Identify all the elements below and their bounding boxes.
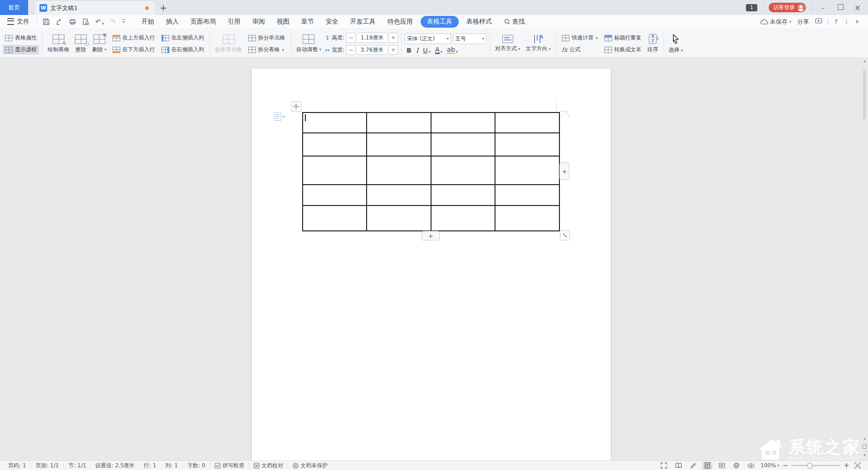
read-mode-button[interactable] <box>673 462 683 470</box>
table-cell[interactable] <box>431 133 495 156</box>
outline-view-button[interactable] <box>717 462 727 470</box>
file-menu-button[interactable]: 文件 <box>4 18 33 26</box>
merge-cells-button[interactable]: 合并单元格 <box>212 29 245 58</box>
guest-login-button[interactable]: 访客登录 <box>769 3 806 12</box>
menu-references[interactable]: 引用 <box>222 16 246 28</box>
menu-section[interactable]: 章节 <box>295 16 320 28</box>
insert-col-left-button[interactable]: 在左侧插入列 <box>159 33 206 43</box>
formula-button[interactable]: fx公式 <box>559 45 600 54</box>
document-table[interactable] <box>302 112 560 231</box>
browse-object-button[interactable] <box>863 445 867 449</box>
width-increase-button[interactable]: + <box>388 45 398 55</box>
font-name-select[interactable]: 宋体 (正文)▾ <box>405 34 451 44</box>
customize-qat-button[interactable]: ▾ <box>122 19 126 24</box>
fit-page-button[interactable] <box>853 462 863 470</box>
scrollbar-thumb[interactable] <box>863 69 866 119</box>
page-view-button[interactable] <box>702 462 712 470</box>
document-tab[interactable]: W 文字文稿1 <box>34 0 156 15</box>
document-page[interactable]: ▾ + + <box>252 69 611 461</box>
protection-status[interactable]: 文档未保护 <box>288 462 332 470</box>
eraser-button[interactable]: ◇擦除 <box>72 34 89 54</box>
close-button[interactable]: × <box>852 3 863 12</box>
table-cell[interactable] <box>431 156 495 185</box>
proofread-button[interactable]: 文档校对 <box>249 462 288 470</box>
next-page-button[interactable]: ▾ <box>863 453 866 457</box>
split-table-button[interactable]: 拆分表格▾ <box>246 45 288 54</box>
table-cell[interactable] <box>431 113 495 133</box>
font-size-select[interactable]: 五号▾ <box>453 34 486 44</box>
spell-check-button[interactable]: 拼写检查 <box>210 462 249 470</box>
insert-row-above-button[interactable]: 在上方插入行 <box>110 33 157 43</box>
alignment-button[interactable]: 对齐方式▾ <box>492 29 523 58</box>
new-tab-button[interactable]: + <box>156 0 171 15</box>
zoom-in-button[interactable]: + <box>843 461 849 470</box>
redo-button[interactable]: ↷ <box>110 18 116 26</box>
table-cell[interactable] <box>367 206 431 231</box>
vertical-scrollbar[interactable]: ▴ ▴ ▾ <box>861 57 868 461</box>
table-cell[interactable] <box>303 133 367 156</box>
insert-col-right-button[interactable]: 在右侧插入列 <box>159 45 206 54</box>
table-cell[interactable] <box>367 113 431 133</box>
export-pdf-button[interactable] <box>56 18 63 25</box>
zoom-level-button[interactable]: 100%▾ <box>760 462 780 469</box>
text-direction-button[interactable]: 文字方向▾ <box>523 29 554 58</box>
menu-page-layout[interactable]: 页面布局 <box>185 16 222 28</box>
upload-cloud-button[interactable] <box>815 18 822 25</box>
zoom-slider[interactable] <box>791 465 840 466</box>
scroll-up-arrow[interactable]: ▴ <box>863 59 866 63</box>
save-status-button[interactable]: 未保存 ▾ <box>760 18 792 26</box>
table-cell[interactable] <box>495 113 559 133</box>
menu-start[interactable]: 开始 <box>136 16 160 28</box>
repeat-header-button[interactable]: 标题行重复 <box>602 33 644 43</box>
save-button[interactable] <box>43 18 50 25</box>
maximize-button[interactable] <box>834 4 846 11</box>
width-value-field[interactable]: 3.76厘米 <box>358 45 387 55</box>
italic-button[interactable]: I <box>416 47 419 54</box>
table-cell[interactable] <box>431 206 495 231</box>
more-menu-button[interactable]: ⋮ <box>843 18 849 25</box>
underline-button[interactable]: U▾ <box>423 47 431 54</box>
quick-calc-button[interactable]: 快速计算▾ <box>559 33 600 43</box>
table-move-handle[interactable] <box>291 101 301 112</box>
task-center-badge[interactable]: 1 <box>746 4 757 11</box>
width-decrease-button[interactable]: − <box>346 45 356 55</box>
height-value-field[interactable]: 1.19厘米 <box>358 33 387 43</box>
menu-insert[interactable]: 插入 <box>160 16 185 28</box>
delete-button[interactable]: ×删除▾ <box>89 34 109 54</box>
minimize-button[interactable]: – <box>817 4 829 11</box>
table-cell[interactable] <box>303 113 367 133</box>
select-button[interactable]: 选择▾ <box>666 29 686 58</box>
add-column-button[interactable]: + <box>559 162 569 180</box>
table-cell[interactable] <box>367 133 431 156</box>
table-cell[interactable] <box>495 156 559 185</box>
menu-table-style[interactable]: 表格样式 <box>461 16 498 28</box>
font-color-button[interactable]: A▾ <box>435 46 442 54</box>
paragraph-style-control[interactable]: ▾ <box>274 113 285 121</box>
table-cell[interactable] <box>495 185 559 206</box>
table-cell[interactable] <box>303 185 367 206</box>
show-gridlines-button[interactable]: 显示虚框 <box>3 45 39 54</box>
add-row-button[interactable]: + <box>422 231 440 240</box>
menu-special-features[interactable]: 特色应用 <box>382 16 419 28</box>
eye-protect-button[interactable] <box>746 462 756 470</box>
web-view-button[interactable] <box>731 462 741 470</box>
table-cell[interactable] <box>495 133 559 156</box>
bold-button[interactable]: B <box>407 47 412 54</box>
previous-page-button[interactable]: ▴ <box>863 436 866 441</box>
zoom-slider-thumb[interactable] <box>807 463 813 469</box>
height-decrease-button[interactable]: − <box>346 33 356 43</box>
convert-to-text-button[interactable]: 转换成文本 <box>602 45 644 54</box>
table-cell[interactable] <box>303 206 367 231</box>
table-cell[interactable] <box>367 156 431 185</box>
sort-button[interactable]: AZ 排序 <box>645 29 661 58</box>
print-button[interactable] <box>69 18 76 25</box>
menu-review[interactable]: 审阅 <box>246 16 271 28</box>
menu-security[interactable]: 安全 <box>320 16 344 28</box>
fullscreen-button[interactable] <box>659 462 669 470</box>
menu-dev-tools[interactable]: 开发工具 <box>344 16 382 28</box>
write-mode-button[interactable] <box>688 462 698 470</box>
undo-button[interactable]: ↶▾ <box>95 18 104 26</box>
print-preview-button[interactable] <box>82 18 89 25</box>
highlight-color-button[interactable]: ab▾ <box>447 46 458 54</box>
help-button[interactable]: ? <box>834 18 838 25</box>
